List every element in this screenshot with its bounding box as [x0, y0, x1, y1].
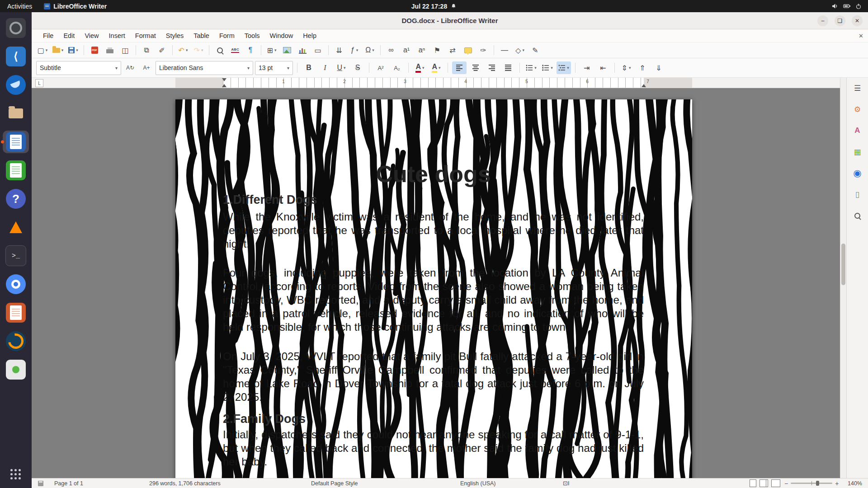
- insert-field-button[interactable]: ƒ: [347, 44, 362, 56]
- new-document-button[interactable]: ▢: [35, 44, 50, 56]
- dock-item-firefox[interactable]: [3, 330, 29, 352]
- hyperlink-button[interactable]: ∞: [384, 44, 398, 56]
- zoom-level[interactable]: 140%: [843, 480, 867, 487]
- align-right-button[interactable]: [485, 61, 499, 74]
- doc-paragraph[interactable]: Four dogs, including puppies, were taken…: [223, 266, 644, 334]
- document-page[interactable]: Cute dogs 1.Different Dogs While the Kno…: [175, 99, 692, 478]
- zoom-in-button[interactable]: +: [835, 480, 839, 487]
- menu-form[interactable]: Form: [214, 31, 240, 41]
- word-count[interactable]: 296 words, 1,706 characters: [145, 480, 225, 487]
- save-status-icon[interactable]: [38, 481, 43, 486]
- sidebar-properties-button[interactable]: ⚙: [851, 103, 864, 116]
- dock-item-vscode[interactable]: ⟨: [3, 45, 29, 68]
- vertical-scrollbar[interactable]: [840, 78, 846, 478]
- dock-item-vlc[interactable]: [3, 216, 29, 239]
- justify-button[interactable]: [501, 61, 515, 74]
- dock-item-libreoffice-writer[interactable]: [3, 131, 29, 153]
- undo-button[interactable]: ↶: [176, 44, 190, 56]
- sidebar-page-button[interactable]: ▯: [851, 188, 864, 201]
- strikethrough-button[interactable]: S: [350, 61, 365, 74]
- find-replace-button[interactable]: [212, 44, 227, 56]
- paste-button[interactable]: ⧉: [139, 44, 154, 56]
- insert-image-button[interactable]: [280, 44, 294, 56]
- update-style-button[interactable]: A↻: [123, 61, 137, 74]
- basic-shapes-button[interactable]: ◇: [513, 44, 527, 56]
- increase-indent-button[interactable]: ⇥: [580, 61, 594, 74]
- align-left-button[interactable]: [452, 61, 467, 74]
- subscript-button[interactable]: A₂: [390, 61, 404, 74]
- page-break-button[interactable]: ⇊: [332, 44, 346, 56]
- doc-paragraph[interactable]: While the Knoxville victim was a residen…: [223, 210, 644, 251]
- decrease-paragraph-spacing-button[interactable]: ⇓: [651, 61, 666, 74]
- new-style-button[interactable]: A+: [139, 61, 154, 74]
- close-button[interactable]: ✕: [852, 15, 863, 26]
- multi-page-view-button[interactable]: [760, 479, 766, 487]
- menu-format[interactable]: Format: [130, 31, 161, 41]
- doc-heading-2[interactable]: 2.Family Dogs: [223, 410, 644, 428]
- menu-table[interactable]: Table: [189, 31, 214, 41]
- ordered-list-button[interactable]: [540, 61, 555, 74]
- left-indent-marker[interactable]: [222, 84, 226, 87]
- outline-list-button[interactable]: [557, 61, 571, 74]
- dock-item-software-store[interactable]: [3, 358, 29, 381]
- sidebar-settings-button[interactable]: ☰: [851, 81, 864, 95]
- special-character-button[interactable]: Ω: [363, 44, 377, 56]
- dock-item-chromium[interactable]: [3, 273, 29, 296]
- superscript-button[interactable]: A²: [373, 61, 388, 74]
- font-name-combo[interactable]: Liberation Sans: [156, 61, 253, 75]
- unordered-list-button[interactable]: [524, 61, 538, 74]
- dock-item-files[interactable]: [3, 102, 29, 125]
- sidebar-navigator-button[interactable]: ◉: [851, 166, 864, 180]
- align-center-button[interactable]: [468, 61, 483, 74]
- menu-edit[interactable]: Edit: [58, 31, 80, 41]
- increase-paragraph-spacing-button[interactable]: ⇑: [635, 61, 650, 74]
- footnote-button[interactable]: a¹: [399, 44, 414, 56]
- menu-insert[interactable]: Insert: [104, 31, 130, 41]
- insert-table-button[interactable]: ⊞: [264, 44, 279, 56]
- clone-formatting-button[interactable]: ✐: [155, 44, 169, 56]
- paragraph-style-combo[interactable]: Subtitle: [36, 61, 121, 75]
- doc-title[interactable]: Cute dogs: [223, 160, 644, 188]
- maximize-button[interactable]: ❑: [835, 15, 845, 26]
- spelling-button[interactable]: ABC: [228, 44, 242, 56]
- scrollbar-thumb[interactable]: [841, 244, 845, 285]
- close-document-button[interactable]: ✕: [859, 33, 863, 39]
- dock-item-terminal[interactable]: >_: [3, 244, 29, 267]
- cross-reference-button[interactable]: ⇄: [445, 44, 460, 56]
- minimize-button[interactable]: –: [817, 15, 828, 26]
- underline-button[interactable]: U: [334, 61, 349, 74]
- print-button[interactable]: [103, 44, 117, 56]
- endnote-button[interactable]: aⁿ: [415, 44, 429, 56]
- doc-paragraph[interactable]: On July 3, 2025, WVLT reported that a fa…: [223, 350, 644, 404]
- dock-item-screenshot-tool[interactable]: [3, 17, 29, 39]
- horizontal-ruler[interactable]: L 1 2 3 4 5 6 7: [32, 78, 840, 88]
- window-titlebar[interactable]: DOG.docx - LibreOffice Writer – ❑ ✕: [32, 12, 868, 29]
- dock-item-thunderbird[interactable]: [3, 74, 29, 96]
- menu-help[interactable]: Help: [298, 31, 321, 41]
- italic-button[interactable]: I: [318, 61, 332, 74]
- clock-button[interactable]: Jul 22 17:28: [411, 3, 457, 10]
- right-indent-marker[interactable]: [642, 84, 646, 87]
- insert-chart-button[interactable]: [295, 44, 310, 56]
- page-count[interactable]: Page 1 of 1: [50, 480, 88, 487]
- menu-tools[interactable]: Tools: [240, 31, 265, 41]
- page-style[interactable]: Default Page Style: [307, 480, 363, 487]
- dock-item-help[interactable]: ?: [3, 188, 29, 210]
- book-view-button[interactable]: [771, 479, 780, 487]
- show-applications-button[interactable]: [3, 462, 29, 484]
- system-tray[interactable]: [832, 3, 868, 9]
- zoom-slider-thumb[interactable]: [816, 481, 819, 486]
- focused-app-indicator[interactable]: LibreOffice Writer: [44, 3, 107, 10]
- draw-functions-button[interactable]: ✎: [528, 44, 542, 56]
- insert-comment-button[interactable]: [461, 44, 475, 56]
- track-changes-button[interactable]: ✑: [476, 44, 491, 56]
- insert-textbox-button[interactable]: ▭: [311, 44, 325, 56]
- dock-item-libreoffice-impress[interactable]: [3, 301, 29, 324]
- font-size-combo[interactable]: 13 pt: [255, 61, 293, 75]
- bookmark-button[interactable]: ⚑: [430, 44, 444, 56]
- sidebar-gallery-button[interactable]: ▦: [851, 145, 864, 159]
- sidebar-styles-button[interactable]: A: [851, 124, 864, 137]
- menu-window[interactable]: Window: [265, 31, 298, 41]
- line-spacing-button[interactable]: ⇕: [619, 61, 633, 74]
- bold-button[interactable]: B: [302, 61, 316, 74]
